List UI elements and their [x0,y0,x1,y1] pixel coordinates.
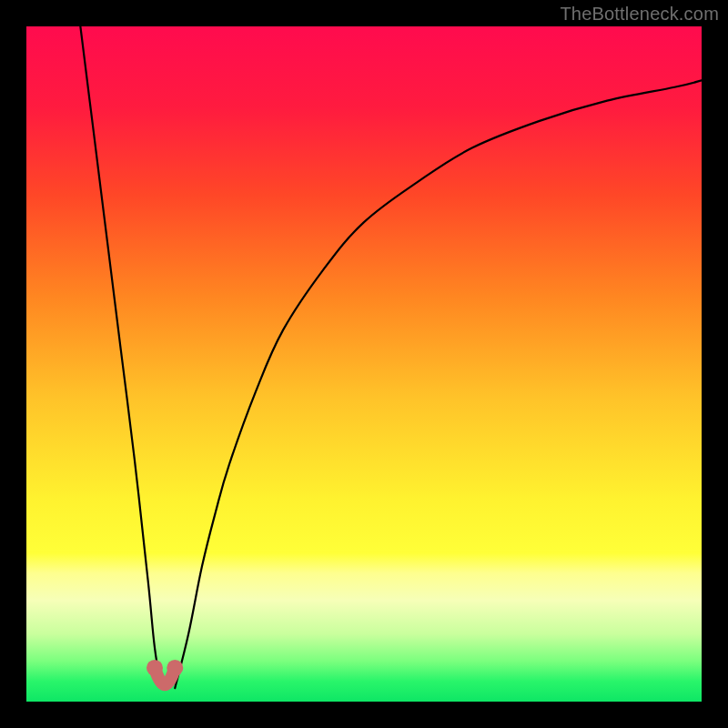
bottleneck-chart [26,26,702,702]
gradient-background [26,26,702,702]
watermark-text: TheBottleneck.com [560,4,719,25]
chart-frame: TheBottleneck.com [0,0,728,728]
